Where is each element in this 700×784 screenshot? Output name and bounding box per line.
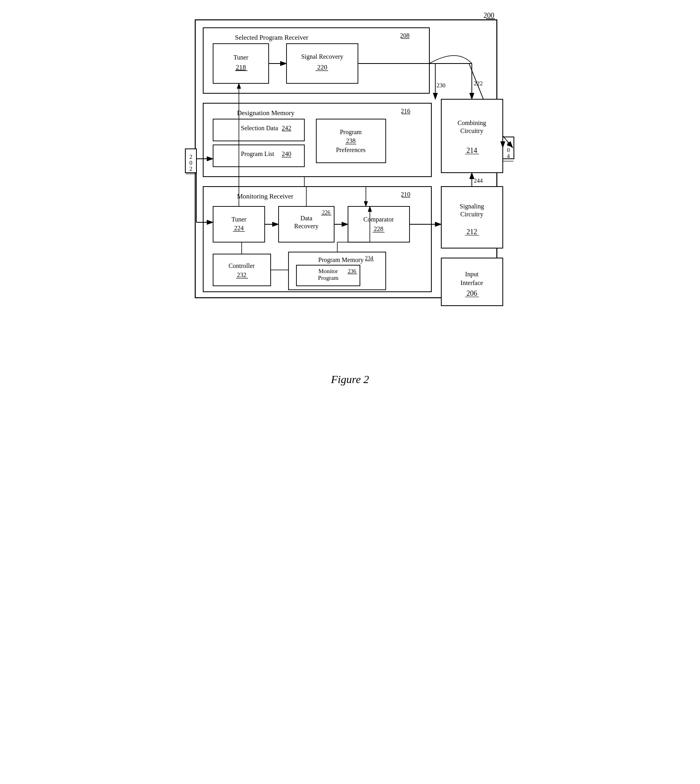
label-selection-data: Selection Data bbox=[241, 125, 278, 131]
label-monitoring-receiver: Monitoring Receiver bbox=[237, 193, 293, 200]
label-234: 234 bbox=[365, 255, 373, 261]
label-216: 216 bbox=[401, 108, 410, 114]
label-controller: Controller bbox=[229, 262, 255, 269]
label-program-memory: Program Memory bbox=[318, 256, 363, 264]
label-tuner-224: Tuner bbox=[231, 216, 246, 223]
page-container: 200 2 0 2 2 0 4 Selected Program Receive… bbox=[171, 8, 529, 386]
label-program: Program bbox=[340, 129, 362, 136]
label-230: 230 bbox=[437, 82, 446, 89]
label-monitor-program: Monitor bbox=[318, 268, 338, 274]
label-224: 224 bbox=[234, 225, 244, 231]
label-tuner-218: Tuner bbox=[233, 54, 248, 61]
label-204c: 4 bbox=[507, 153, 510, 159]
label-program-list: Program List bbox=[241, 150, 275, 158]
label-signaling-circuitry: Signaling bbox=[460, 203, 484, 210]
figure-caption: Figure 2 bbox=[331, 373, 369, 386]
label-preferences: Preferences bbox=[336, 146, 366, 153]
label-input-interface: Input bbox=[465, 271, 479, 278]
label-232: 232 bbox=[237, 272, 246, 278]
label-204b: 0 bbox=[507, 147, 510, 153]
label-218: 218 bbox=[236, 64, 246, 71]
label-206: 206 bbox=[467, 289, 477, 297]
label-222: 222 bbox=[474, 80, 483, 87]
label-combining-circuitry: Combining bbox=[458, 119, 486, 127]
diagram-area: 200 2 0 2 2 0 4 Selected Program Receive… bbox=[171, 8, 529, 353]
svg-rect-39 bbox=[213, 254, 271, 286]
label-circuitry2: Circuitry bbox=[460, 211, 483, 218]
label-202c: 2 bbox=[189, 166, 192, 172]
label-202: 2 bbox=[189, 154, 192, 160]
label-228: 228 bbox=[374, 225, 383, 232]
label-212: 212 bbox=[467, 228, 477, 236]
label-comparator: Comparator bbox=[363, 216, 394, 223]
label-238: 238 bbox=[346, 137, 356, 144]
label-interface: Interface bbox=[461, 279, 483, 286]
svg-rect-36 bbox=[348, 206, 410, 242]
label-220: 220 bbox=[317, 64, 327, 71]
label-242: 242 bbox=[282, 125, 291, 131]
label-circuitry: Circuitry bbox=[460, 127, 483, 135]
label-selected-program-receiver: Selected Program Receiver bbox=[235, 34, 308, 41]
label-designation-memory: Designation Memory bbox=[237, 109, 294, 117]
label-244: 244 bbox=[474, 177, 483, 184]
label-208: 208 bbox=[400, 32, 410, 39]
svg-rect-30 bbox=[213, 206, 265, 242]
label-data: Data bbox=[300, 215, 312, 222]
label-214: 214 bbox=[467, 146, 477, 154]
label-recovery: Recovery bbox=[294, 223, 318, 230]
label-202b: 0 bbox=[189, 160, 192, 166]
label-200: 200 bbox=[484, 12, 494, 19]
label-226: 226 bbox=[322, 210, 331, 216]
svg-rect-55 bbox=[441, 99, 503, 173]
label-236: 236 bbox=[348, 268, 356, 274]
label-210: 210 bbox=[401, 191, 410, 198]
label-240: 240 bbox=[282, 150, 291, 157]
label-signal-recovery: Signal Recovery bbox=[301, 53, 343, 60]
label-program-236: Program bbox=[318, 275, 338, 281]
